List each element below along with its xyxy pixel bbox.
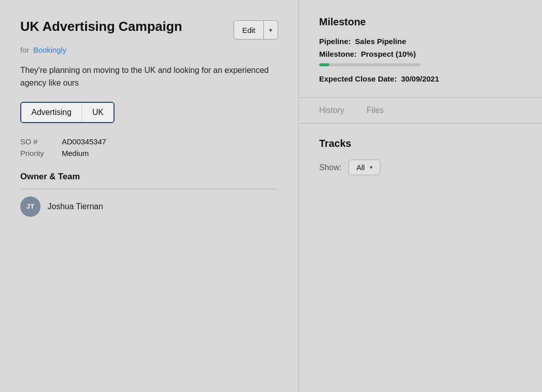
- chevron-down-icon: ▾: [370, 164, 373, 171]
- owner-name: Joshua Tiernan: [48, 202, 103, 211]
- progress-bar: [319, 63, 420, 66]
- close-date-label: Expected Close Date:: [319, 74, 397, 83]
- tracks-title: Tracks: [319, 138, 522, 149]
- close-date-value: 30/09/2021: [401, 74, 439, 83]
- description: They're planning on moving to the UK and…: [20, 64, 278, 90]
- priority-row: Priority Medium: [20, 149, 278, 158]
- milestone-label: Milestone:: [319, 50, 357, 58]
- for-company: for Bookingly: [20, 46, 278, 54]
- show-value: All: [356, 163, 365, 172]
- tag-uk[interactable]: UK: [82, 103, 113, 122]
- tag-advertising[interactable]: Advertising: [21, 103, 82, 122]
- tabs-section: History Files: [299, 98, 542, 124]
- show-row: Show: All ▾: [319, 160, 522, 175]
- header-row: UK Advertising Campaign Edit ▾: [20, 18, 278, 40]
- priority-value: Medium: [62, 149, 89, 158]
- so-label: SO #: [20, 137, 56, 146]
- company-link[interactable]: Bookingly: [33, 46, 66, 54]
- milestone-row: Milestone: Prospect (10%): [319, 50, 522, 58]
- chevron-down-icon: ▾: [269, 26, 273, 34]
- so-value: AD00345347: [62, 137, 106, 146]
- pipeline-label: Pipeline:: [319, 37, 351, 46]
- pipeline-row: Pipeline: Sales Pipeline: [319, 37, 522, 46]
- tracks-section: Tracks Show: All ▾: [299, 124, 542, 189]
- avatar: JT: [20, 197, 41, 217]
- left-panel: UK Advertising Campaign Edit ▾ for Booki…: [0, 0, 299, 392]
- pipeline-value: Sales Pipeline: [355, 37, 406, 46]
- milestone-value: Prospect (10%): [361, 50, 416, 58]
- edit-button[interactable]: Edit: [234, 21, 263, 39]
- for-label: for: [20, 46, 29, 54]
- deal-title: UK Advertising Campaign: [20, 18, 182, 35]
- so-row: SO # AD00345347: [20, 137, 278, 146]
- right-panel: Milestone Pipeline: Sales Pipeline Miles…: [299, 0, 542, 392]
- owner-team-title: Owner & Team: [20, 172, 278, 182]
- priority-label: Priority: [20, 149, 56, 158]
- divider: [20, 189, 278, 189]
- edit-dropdown-button[interactable]: ▾: [264, 21, 278, 39]
- progress-fill: [319, 63, 329, 66]
- tab-history[interactable]: History: [319, 98, 355, 123]
- meta-section: SO # AD00345347 Priority Medium: [20, 137, 278, 158]
- milestone-title: Milestone: [319, 16, 522, 28]
- show-select[interactable]: All ▾: [349, 160, 380, 175]
- team-member: JT Joshua Tiernan: [20, 197, 278, 217]
- close-date-row: Expected Close Date: 30/09/2021: [319, 74, 522, 83]
- tags-box: Advertising UK: [20, 102, 114, 123]
- edit-button-group[interactable]: Edit ▾: [234, 20, 278, 40]
- tab-files[interactable]: Files: [367, 98, 394, 123]
- milestone-section: Milestone Pipeline: Sales Pipeline Miles…: [299, 0, 542, 98]
- show-label: Show:: [319, 163, 341, 172]
